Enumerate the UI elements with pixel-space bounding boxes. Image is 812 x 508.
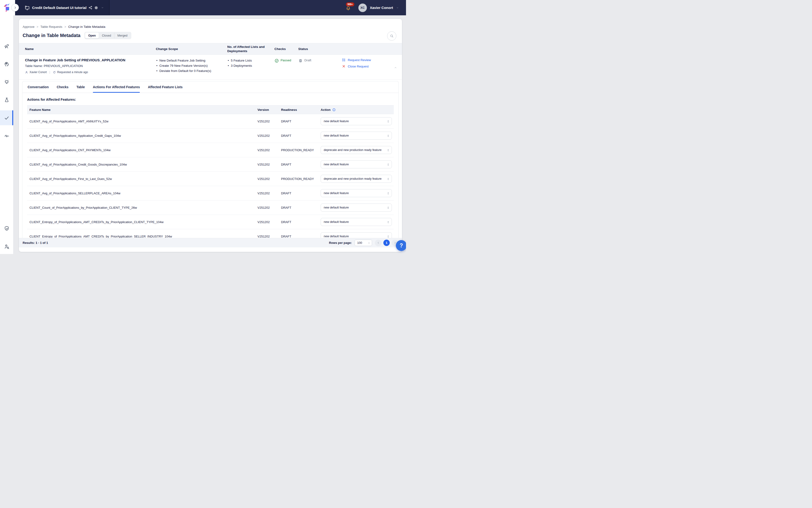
action-select[interactable]: new default feature <box>321 132 392 140</box>
sidebar-item-lightbulb[interactable] <box>0 75 13 89</box>
help-button[interactable]: ? <box>396 240 406 251</box>
featurebyte-logo <box>3 3 12 12</box>
app-root: Credit Default Dataset UI tutorial 999+ … <box>0 0 406 254</box>
features-table-body: CLIENT_Avg_of_PriorApplications_AMT_ANNU… <box>27 114 394 238</box>
select-stepper-icon <box>368 242 370 245</box>
search-button[interactable] <box>387 31 396 41</box>
share-icon[interactable] <box>88 6 92 10</box>
previous-page-button[interactable] <box>375 240 381 246</box>
user-name: Xavier Conort <box>370 6 393 10</box>
feature-readiness: PRODUCTION_READY <box>281 177 321 181</box>
project-chevron-down-icon[interactable] <box>101 7 104 9</box>
feature-readiness: DRAFT <box>281 220 321 224</box>
feature-readiness: DRAFT <box>281 235 321 238</box>
current-page-button[interactable]: 1 <box>384 240 390 246</box>
request-affected-cell: 5 Feature Lists3 Deployments <box>227 58 274 80</box>
sidebar-item-approve-check[interactable] <box>0 111 13 125</box>
requests-table-header: Name Change Scope No. of Affected Lists … <box>19 43 402 55</box>
detail-tabs: ConversationChecksTableActions For Affec… <box>22 81 399 93</box>
request-table-name: Table Name: PREVIOUS_APPLICATION <box>25 64 156 68</box>
breadcrumb-item[interactable]: Approve <box>22 25 40 29</box>
user-search-icon <box>4 244 9 249</box>
collapse-row-chevron-up-icon[interactable] <box>394 67 397 69</box>
feature-row: CLIENT_Avg_of_PriorApplications_Credit_G… <box>27 157 394 172</box>
col-feature-name: Feature Name <box>30 108 258 112</box>
action-select[interactable]: new default feature <box>321 117 392 125</box>
tab-table[interactable]: Table <box>76 81 85 93</box>
rows-per-page-label: Rows per page: <box>329 241 352 245</box>
select-stepper-icon <box>387 235 390 238</box>
results-count: Results: 1 - 1 of 1 <box>22 241 48 245</box>
content-card: ApproveTable RequestsChange in Table Met… <box>19 19 402 252</box>
top-bar: Credit Default Dataset UI tutorial 999+ … <box>0 0 406 15</box>
features-table-header: Feature Name Version Readiness Action <box>27 105 394 114</box>
feature-row: CLIENT_Avg_of_PriorApplications_CNT_PAYM… <box>27 143 394 157</box>
action-select[interactable]: new default feature <box>321 232 392 238</box>
request-status-cell: Draft <box>298 58 325 80</box>
bullet-item: New Default Feature Job Setting <box>156 58 227 63</box>
gear-icon[interactable] <box>94 6 98 10</box>
action-select[interactable]: new default feature <box>321 189 392 197</box>
bullet-item: 3 Deployments <box>227 63 274 69</box>
action-select[interactable]: new default feature <box>321 160 392 168</box>
sidebar-expand-button[interactable] <box>11 4 19 11</box>
sidebar-item-user-search[interactable] <box>0 239 13 254</box>
feature-name: CLIENT_Entropy_of_PriorApplications_AMT_… <box>30 235 258 238</box>
request-title[interactable]: Change in Feature Job Setting of PREVIOU… <box>25 58 156 62</box>
col-checks: Checks <box>274 47 298 51</box>
change-scope-list: New Default Feature Job SettingCreate 79… <box>156 58 227 74</box>
filter-tab-closed[interactable]: Closed <box>99 33 114 38</box>
request-row: Change in Feature Job Setting of PREVIOU… <box>19 55 402 80</box>
info-icon[interactable] <box>332 108 336 112</box>
feature-name: CLIENT_Avg_of_PriorApplications_Applicat… <box>30 134 258 137</box>
sidebar-nav-bottom <box>0 221 13 254</box>
action-select[interactable]: deprecate and new production ready featu… <box>321 175 392 183</box>
request-scope-cell: New Default Feature Job SettingCreate 79… <box>156 58 227 80</box>
title-row: Change in Table Metadata OpenClosedMerge… <box>22 32 131 39</box>
notifications-button[interactable]: 999+ <box>345 2 355 13</box>
filter-tab-open[interactable]: Open <box>85 33 99 38</box>
user-chevron-down-icon <box>396 7 399 9</box>
breadcrumb-item[interactable]: Table Requests <box>40 25 68 29</box>
sidebar-item-ml-head[interactable] <box>0 56 13 72</box>
select-stepper-icon <box>387 220 390 224</box>
bullet-item: Deviate from Default for 0 Feature(s) <box>156 69 227 74</box>
sidebar-item-telescope[interactable] <box>0 39 13 53</box>
shield-check-icon <box>4 226 9 231</box>
close-request-link[interactable]: Close Request <box>342 65 388 68</box>
feature-name: CLIENT_Avg_of_PriorApplications_Credit_G… <box>30 163 258 166</box>
action-select[interactable]: new default feature <box>321 204 392 212</box>
feature-row: CLIENT_Avg_of_PriorApplications_First_to… <box>27 172 394 186</box>
rows-per-page-select[interactable]: 100 <box>355 240 372 246</box>
request-name-cell: Change in Feature Job Setting of PREVIOU… <box>25 58 156 80</box>
select-stepper-icon <box>387 206 390 209</box>
col-change-scope: Change Scope <box>156 47 227 51</box>
col-action: Action <box>321 108 394 112</box>
select-stepper-icon <box>387 120 390 123</box>
pagination-controls: Rows per page: 100 1 <box>329 240 398 246</box>
action-select[interactable]: deprecate and new production ready featu… <box>321 146 392 154</box>
status-badge: Draft <box>298 58 325 63</box>
feature-version: V251202 <box>258 120 281 123</box>
tab-affected-feature-lists[interactable]: Affected Feature Lists <box>148 81 182 93</box>
filter-tab-merged[interactable]: Merged <box>114 33 130 38</box>
feature-version: V251202 <box>258 206 281 209</box>
notification-badge: 999+ <box>346 2 354 6</box>
chevron-left-icon <box>377 242 379 244</box>
search-icon <box>390 34 394 38</box>
sidebar-item-activity[interactable] <box>0 128 13 143</box>
tab-checks[interactable]: Checks <box>57 81 69 93</box>
feature-readiness: DRAFT <box>281 163 321 166</box>
tab-conversation[interactable]: Conversation <box>28 81 49 93</box>
feature-version: V251202 <box>258 177 281 181</box>
feature-version: V251202 <box>258 134 281 137</box>
tab-actions-for-affected-features[interactable]: Actions For Affected Features <box>93 81 140 93</box>
user-menu[interactable]: XC Xavier Conort <box>358 0 399 15</box>
feature-row: CLIENT_Count_of_PriorApplications_by_Pri… <box>27 201 394 215</box>
sidebar-item-flask[interactable] <box>0 92 13 107</box>
person-icon <box>25 71 28 74</box>
request-review-link[interactable]: Request Review <box>342 58 388 62</box>
action-select[interactable]: new default feature <box>321 218 392 226</box>
sidebar-item-shield-check[interactable] <box>0 221 13 236</box>
feature-name: CLIENT_Avg_of_PriorApplications_First_to… <box>30 177 258 181</box>
